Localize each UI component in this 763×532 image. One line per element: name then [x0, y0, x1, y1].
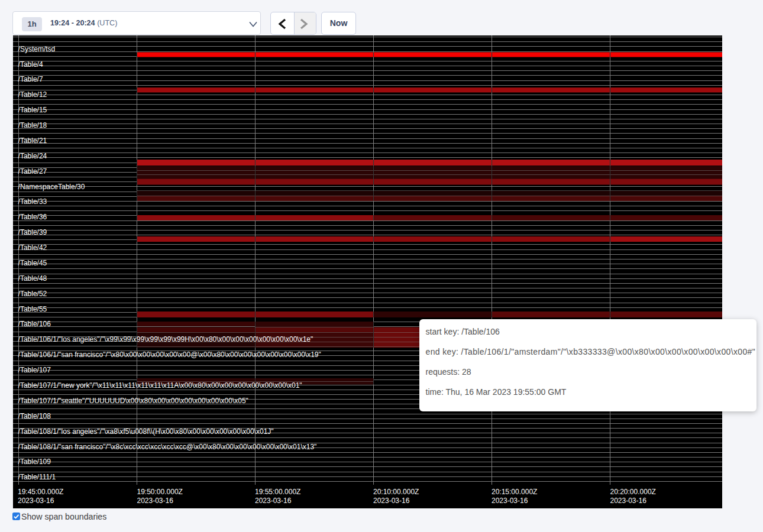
svg-text:/Table/107/1/"new york"/"\x11\: /Table/107/1/"new york"/"\x11\x11\x11\x1…	[18, 381, 302, 390]
svg-text:/Table/12: /Table/12	[18, 90, 47, 99]
svg-text:2023-03-16: 2023-03-16	[255, 497, 292, 505]
svg-text:20:15:00.000Z: 20:15:00.000Z	[492, 488, 537, 496]
svg-text:2023-03-16: 2023-03-16	[137, 497, 174, 505]
svg-text:19:50:00.000Z: 19:50:00.000Z	[137, 488, 183, 496]
svg-text:/Table/4: /Table/4	[18, 60, 43, 69]
svg-text:/Table/42: /Table/42	[18, 244, 47, 252]
svg-text:/Table/111/1: /Table/111/1	[18, 473, 56, 481]
svg-text:/Table/18: /Table/18	[18, 121, 47, 129]
svg-text:/Table/39: /Table/39	[18, 228, 47, 236]
svg-text:/Table/107/1/"seattle"/"UUUUUU: /Table/107/1/"seattle"/"UUUUUUD\x00\x80\…	[18, 397, 248, 405]
svg-text:/Table/24: /Table/24	[18, 152, 47, 160]
svg-text:/Table/108/1/"los angeles"/"\x: /Table/108/1/"los angeles"/"\xa8\xf5\u00…	[18, 427, 274, 436]
svg-text:/NamespaceTable/30: /NamespaceTable/30	[18, 183, 85, 191]
svg-text:/Table/55: /Table/55	[18, 305, 47, 313]
svg-text:/Table/48: /Table/48	[18, 274, 47, 283]
svg-text:/Table/27: /Table/27	[18, 167, 47, 176]
svg-text:19:45:00.000Z: 19:45:00.000Z	[18, 488, 63, 496]
svg-text:20:10:00.000Z: 20:10:00.000Z	[373, 488, 419, 496]
svg-text:/Table/107: /Table/107	[18, 366, 51, 374]
svg-text:/Table/36: /Table/36	[18, 213, 47, 221]
svg-text:/Table/33: /Table/33	[18, 197, 47, 206]
svg-text:2023-03-16: 2023-03-16	[492, 497, 528, 505]
svg-text:/Table/45: /Table/45	[18, 259, 47, 267]
svg-text:2023-03-16: 2023-03-16	[18, 497, 54, 505]
svg-text:20:20:00.000Z: 20:20:00.000Z	[610, 488, 656, 496]
svg-text:2023-03-16: 2023-03-16	[373, 497, 410, 505]
svg-text:/Table/108: /Table/108	[18, 412, 51, 420]
svg-text:19:55:00.000Z: 19:55:00.000Z	[255, 488, 300, 496]
svg-text:/System/tsd: /System/tsd	[18, 45, 56, 53]
svg-text:/Table/21: /Table/21	[18, 137, 47, 145]
svg-text:/Table/106: /Table/106	[18, 320, 51, 328]
svg-text:/Table/109: /Table/109	[18, 458, 51, 466]
svg-text:2023-03-16: 2023-03-16	[610, 497, 647, 505]
svg-text:/Table/52: /Table/52	[18, 290, 47, 298]
svg-text:/Table/106/1/"san francisco"/": /Table/106/1/"san francisco"/"\x80\x00\x…	[18, 351, 321, 359]
svg-text:/Table/106/1/"los angeles"/"\x: /Table/106/1/"los angeles"/"\x99\x99\x99…	[18, 335, 313, 343]
svg-text:/Table/15: /Table/15	[18, 106, 47, 114]
svg-text:/Table/108/1/"san francisco"/": /Table/108/1/"san francisco"/"\x8c\xcc\x…	[18, 443, 317, 451]
svg-text:/Table/7: /Table/7	[18, 75, 43, 83]
